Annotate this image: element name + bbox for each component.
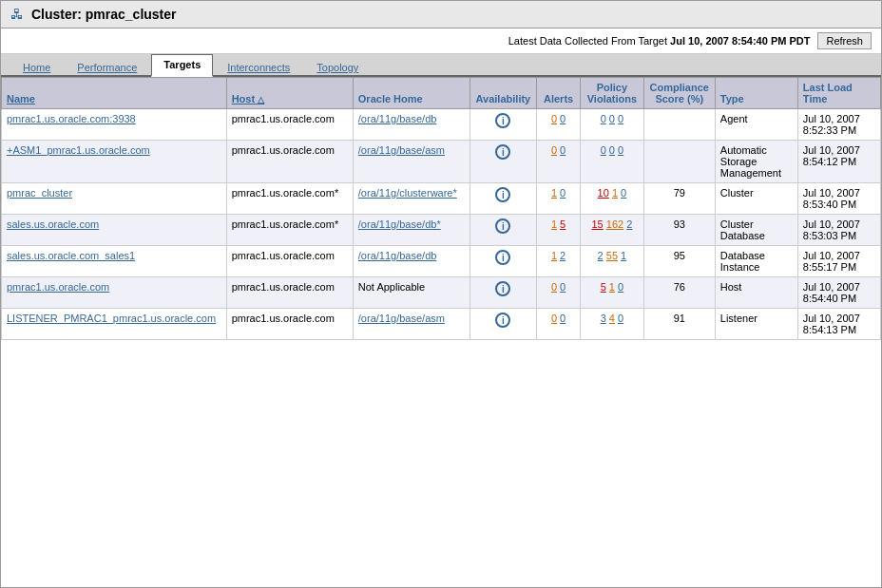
policy-value[interactable]: 0: [618, 144, 623, 156]
tab-bar: Home Performance Targets Interconnects T…: [1, 54, 881, 77]
col-host: Host △: [226, 78, 353, 109]
cell-availability: i: [470, 309, 536, 340]
availability-icon: i: [495, 250, 510, 265]
sort-arrow-up: △: [258, 95, 264, 104]
cell-availability: i: [470, 277, 536, 309]
col-name-label[interactable]: Name: [7, 93, 35, 104]
policy-value[interactable]: 1: [621, 250, 626, 261]
alert-value[interactable]: 0: [560, 313, 566, 324]
oracle-home-link[interactable]: /ora/11g/base/db*: [358, 218, 441, 230]
info-text: Latest Data Collected From Target Jul 10…: [508, 35, 811, 47]
alert-value[interactable]: 0: [560, 144, 566, 156]
tab-interconnects[interactable]: Interconnects: [215, 57, 302, 77]
cell-name: pmrac1.us.oracle.com:3938: [2, 109, 227, 141]
availability-icon: i: [495, 313, 510, 328]
cell-compliance-score: 93: [643, 215, 715, 246]
policy-value[interactable]: 0: [618, 113, 623, 124]
name-link[interactable]: LISTENER_PMRAC1_pmrac1.us.oracle.com: [7, 313, 216, 324]
policy-value[interactable]: 3: [601, 313, 606, 324]
availability-icon: i: [495, 144, 510, 160]
alert-value[interactable]: 0: [560, 281, 566, 293]
name-link[interactable]: +ASM1_pmrac1.us.oracle.com: [7, 144, 150, 156]
policy-value[interactable]: 10: [598, 187, 609, 199]
alert-value[interactable]: 2: [560, 250, 566, 261]
cell-compliance-score: 91: [643, 309, 715, 340]
policy-value[interactable]: 2: [626, 218, 632, 230]
name-link[interactable]: sales.us.oracle.com: [7, 218, 99, 230]
policy-value[interactable]: 162: [606, 218, 623, 230]
oracle-home-link[interactable]: /ora/11g/base/db: [358, 250, 437, 261]
cell-compliance-score: [643, 141, 715, 183]
cell-oracle-home: /ora/11g/base/db*: [353, 215, 470, 246]
table-row: sales.us.oracle.compmrac1.us.oracle.com*…: [2, 215, 881, 246]
cell-type: Cluster: [715, 183, 797, 215]
targets-table: Name Host △ Oracle Home Availability: [1, 77, 881, 340]
timestamp: Jul 10, 2007 8:54:40 PM PDT: [670, 35, 810, 47]
cell-last-load-time: Jul 10, 2007 8:52:33 PM: [797, 109, 880, 141]
policy-value[interactable]: 0: [621, 187, 626, 199]
alert-value[interactable]: 0: [560, 113, 566, 124]
cell-alerts: 0 0: [537, 109, 581, 141]
cell-policy: 5 1 0: [581, 277, 644, 309]
oracle-home-link[interactable]: /ora/11g/clusterware*: [358, 187, 457, 199]
cell-host: pmrac1.us.oracle.com: [226, 277, 353, 309]
table-row: +ASM1_pmrac1.us.oracle.compmrac1.us.orac…: [2, 141, 881, 183]
policy-value[interactable]: 5: [601, 281, 606, 293]
cell-host: pmrac1.us.oracle.com*: [226, 215, 353, 246]
name-link[interactable]: sales.us.oracle.com_sales1: [7, 250, 135, 261]
table-row: LISTENER_PMRAC1_pmrac1.us.oracle.compmra…: [2, 309, 881, 340]
cell-availability: i: [470, 141, 536, 183]
cell-type: Cluster Database: [715, 215, 797, 246]
col-host-label[interactable]: Host △: [232, 93, 265, 104]
cell-policy: 10 1 0: [581, 183, 644, 215]
table-row: pmrac_clusterpmrac1.us.oracle.com*/ora/1…: [2, 183, 881, 215]
tab-topology[interactable]: Topology: [304, 57, 371, 77]
cell-compliance-score: 95: [643, 246, 715, 277]
oracle-home-link[interactable]: /ora/11g/base/asm: [358, 144, 445, 156]
policy-value[interactable]: 15: [591, 218, 603, 230]
cell-alerts: 1 5: [537, 215, 581, 246]
col-compliance: Compliance Score (%): [643, 78, 715, 109]
tab-targets[interactable]: Targets: [151, 54, 213, 77]
tab-home[interactable]: Home: [10, 57, 63, 77]
col-type: Type: [715, 78, 797, 109]
cell-policy: 3 4 0: [581, 309, 644, 340]
col-availability: Availability: [470, 78, 536, 109]
policy-value[interactable]: 0: [618, 281, 623, 293]
cell-name: pmrac1.us.oracle.com: [2, 277, 227, 309]
col-policy: Policy Violations: [581, 78, 644, 109]
name-link[interactable]: pmrac_cluster: [7, 187, 72, 199]
cell-last-load-time: Jul 10, 2007 8:55:17 PM: [797, 246, 880, 277]
policy-value[interactable]: 2: [598, 250, 604, 261]
policy-value[interactable]: 0: [618, 313, 623, 324]
cell-name: LISTENER_PMRAC1_pmrac1.us.oracle.com: [2, 309, 227, 340]
cell-host: pmrac1.us.oracle.com: [226, 309, 353, 340]
alert-value[interactable]: 5: [560, 218, 566, 230]
cell-last-load-time: Jul 10, 2007 8:53:03 PM: [797, 215, 880, 246]
policy-value[interactable]: 0: [601, 144, 606, 156]
policy-value[interactable]: 55: [606, 250, 618, 261]
cell-oracle-home: /ora/11g/base/asm: [353, 309, 470, 340]
alert-value[interactable]: 0: [560, 187, 566, 199]
cell-oracle-home: /ora/11g/clusterware*: [353, 183, 470, 215]
oracle-home-link[interactable]: /ora/11g/base/db: [358, 113, 437, 124]
oracle-home-link[interactable]: /ora/11g/base/asm: [358, 313, 445, 324]
refresh-button[interactable]: Refresh: [817, 32, 872, 49]
cell-alerts: 0 0: [537, 309, 581, 340]
col-name: Name: [2, 78, 227, 109]
cell-name: sales.us.oracle.com_sales1: [2, 246, 227, 277]
tab-performance[interactable]: Performance: [65, 57, 149, 77]
name-link[interactable]: pmrac1.us.oracle.com: [7, 281, 109, 293]
policy-value[interactable]: 0: [601, 113, 606, 124]
name-link[interactable]: pmrac1.us.oracle.com:3938: [7, 113, 136, 124]
cell-policy: 0 0 0: [581, 141, 644, 183]
col-alerts: Alerts: [537, 78, 581, 109]
cell-alerts: 0 0: [537, 141, 581, 183]
cell-last-load-time: Jul 10, 2007 8:53:40 PM: [797, 183, 880, 215]
page-title: Cluster: pmrac_cluster: [31, 7, 177, 22]
cell-type: Automatic Storage Management: [715, 141, 797, 183]
cell-availability: i: [470, 183, 536, 215]
cell-last-load-time: Jul 10, 2007 8:54:13 PM: [797, 309, 880, 340]
cell-type: Database Instance: [715, 246, 797, 277]
cell-type: Listener: [715, 309, 797, 340]
